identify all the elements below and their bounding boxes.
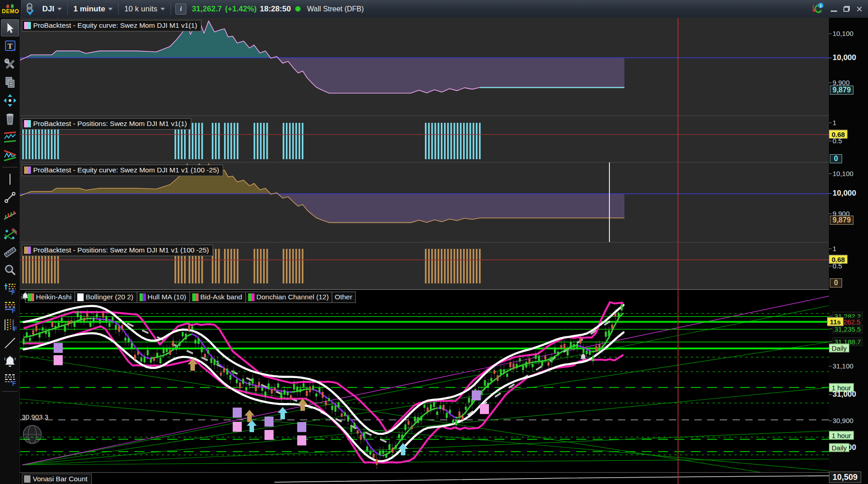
tools-icon	[3, 57, 17, 71]
panel-positions-1[interactable]: ProBacktest - Positions: Swez Mom DJI M1…	[20, 116, 868, 162]
axis-label: 10,100	[833, 170, 853, 177]
chart-area: ProBacktest - Equity curve: Swez Mom DJI…	[20, 18, 868, 484]
vertical-line-icon	[3, 172, 17, 186]
chevron-down-icon	[160, 8, 165, 10]
alarm-bell-tool-button[interactable]	[1, 353, 19, 370]
diagonal-line-icon	[3, 336, 17, 350]
panel-vonasi-bar-count[interactable]: Vonasi Bar Count	[20, 472, 868, 484]
axis-label: 0	[830, 154, 842, 163]
wedge-down-tool-button[interactable]	[1, 146, 19, 164]
axis-label: 10,000	[833, 53, 856, 62]
indicator-lines-tool-button[interactable]: F	[1, 298, 19, 315]
title-bar: DEMO DJI 1 minute 10 k units i 31	[0, 0, 868, 18]
indicator-dashes-tool-button[interactable]: F	[1, 371, 19, 388]
market-open-indicator	[295, 6, 301, 12]
pitchfork-icon	[3, 227, 17, 241]
chevron-down-icon	[57, 8, 62, 10]
zoom-tool-button[interactable]	[1, 262, 19, 279]
timeframe-level-label: Daily	[829, 344, 849, 353]
indicator-bars-tool-button[interactable]: F	[1, 316, 19, 333]
position-size-label: 0.68	[829, 255, 848, 264]
last-price: 31,262.7	[192, 5, 222, 14]
info-icon: i	[175, 4, 186, 15]
session-separator-line	[678, 18, 678, 484]
pitchfork-tool-button[interactable]	[1, 225, 19, 242]
panel-title-vonasi[interactable]: Vonasi Bar Count	[22, 474, 92, 484]
legend-item-heikin-ashi[interactable]: Heikin-Ashi	[25, 292, 75, 303]
text-tool-tool-button[interactable]: T	[1, 37, 19, 55]
toolbar-divider	[2, 391, 18, 392]
minimize-button[interactable]	[831, 6, 837, 12]
copy-tool-button[interactable]	[1, 74, 19, 91]
restore-button[interactable]	[843, 6, 850, 12]
link-charts-button[interactable]	[21, 0, 38, 18]
units-dropdown[interactable]: 10 k units	[120, 0, 170, 18]
market-name: Wall Street (DFB)	[307, 5, 364, 13]
cursor-vertical-line	[609, 162, 610, 242]
svg-text:i: i	[820, 3, 822, 8]
indicator-add-icon: F	[3, 282, 17, 295]
cursor-icon	[3, 21, 17, 35]
drawing-toolbar: TFFFF	[0, 18, 20, 484]
countdown-label: 11s	[827, 317, 843, 326]
instrument-info-button[interactable]: i	[172, 0, 190, 18]
indicator-add-tool-button[interactable]: F	[1, 280, 19, 297]
svg-text:F: F	[13, 325, 17, 332]
move-icon	[3, 94, 17, 107]
quote-area: 31,262.7 (+1.42%) 18:28:50 Wall Street (…	[190, 0, 365, 18]
clock: 18:28:50	[260, 5, 291, 14]
position-size-label: 0.68	[829, 130, 848, 138]
chevron-down-icon	[108, 8, 113, 10]
timeframe-dropdown[interactable]: 1 minute	[69, 0, 117, 18]
cursor-tool-button[interactable]	[1, 19, 19, 36]
refresh-data-icon[interactable]: i	[811, 2, 824, 16]
axis-label: 1	[833, 119, 836, 126]
panel-title-equity-1[interactable]: ProBacktest - Equity curve: Swez Mom DJI…	[22, 20, 201, 31]
trash-icon	[3, 112, 17, 126]
svg-text:F: F	[12, 380, 16, 386]
panel-title-equity-2[interactable]: ProBacktest - Equity curve: Swez Mom DJI…	[22, 165, 223, 176]
price-alert-label: 31,235.5	[833, 324, 863, 333]
panel-equity-curve-1[interactable]: ProBacktest - Equity curve: Swez Mom DJI…	[20, 18, 868, 116]
instrument-dropdown[interactable]: DJI	[38, 0, 66, 18]
panel-title-positions-1[interactable]: ProBacktest - Positions: Swez Mom DJI M1…	[22, 118, 191, 130]
panel-price-chart[interactable]: Heikin-AshiBollinger (20 2)Hull MA (10)B…	[20, 289, 868, 473]
window-controls: i ×	[811, 2, 868, 16]
alarm-bell-icon	[3, 354, 17, 368]
diagonal-line-tool-button[interactable]	[1, 334, 19, 352]
panel-equity-curve-2[interactable]: ProBacktest - Equity curve: Swez Mom DJI…	[20, 162, 868, 242]
indicator-color-chip	[140, 293, 146, 301]
divider	[118, 3, 119, 15]
equity-last-value-label: 9,879	[830, 216, 853, 225]
axis-label: 10,100	[833, 30, 853, 37]
price-axis[interactable]: 10,10010,0009,9009,87910.50.68010,10010,…	[829, 18, 868, 484]
channel-up-tool-button[interactable]	[1, 128, 19, 146]
wedge-down-icon	[3, 148, 17, 162]
instrument-label: DJI	[42, 5, 54, 14]
chart-alerts-button[interactable]	[21, 296, 25, 299]
strategy-chip-icon	[24, 22, 31, 29]
ruler-icon	[3, 245, 17, 259]
panel-positions-2[interactable]: ProBacktest - Positions: Swez Mom DJI M1…	[20, 242, 868, 290]
timeframe-level-label: Daily	[829, 444, 849, 452]
panel-title-positions-2[interactable]: ProBacktest - Positions: Swez Mom DJI M1…	[22, 245, 213, 256]
move-tool-button[interactable]	[1, 92, 19, 109]
axis-label: 9,900	[833, 79, 850, 86]
legend-item-bid-ask-band[interactable]: Bid-Ask band	[190, 292, 246, 303]
strategy-chip-icon	[24, 120, 31, 127]
trend-candles-tool-button[interactable]	[1, 207, 19, 224]
divider	[67, 3, 68, 15]
ruler-tool-button[interactable]	[1, 243, 19, 261]
legend-item-hull-ma-10-[interactable]: Hull MA (10)	[137, 292, 190, 303]
legend-item-other[interactable]: Other	[332, 292, 356, 303]
axis-label: 10,000	[833, 189, 856, 198]
legend-item-bollinger-20-2-[interactable]: Bollinger (20 2)	[75, 292, 137, 303]
segment-tool-button[interactable]	[1, 189, 19, 206]
trash-tool-button[interactable]	[1, 110, 19, 127]
text-tool-icon: T	[3, 39, 17, 53]
legend-item-donchian-channel-12-[interactable]: Donchian Channel (12)	[245, 292, 332, 303]
close-button[interactable]: ×	[856, 5, 863, 13]
vertical-line-tool-button[interactable]	[1, 171, 19, 188]
axis-label: 31,000	[833, 390, 856, 399]
tools-tool-button[interactable]	[1, 55, 19, 73]
